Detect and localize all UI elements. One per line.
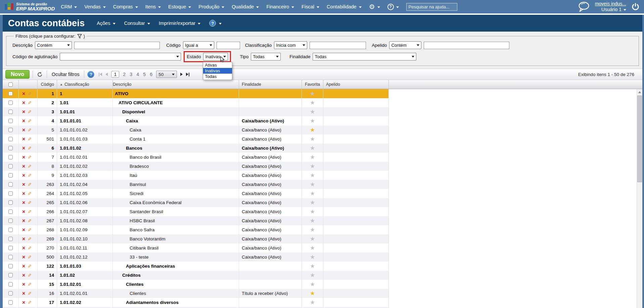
row-checkbox[interactable] — [8, 101, 13, 105]
favorite-star-icon[interactable]: ★ — [310, 263, 315, 269]
row-checkbox[interactable] — [8, 91, 13, 96]
favorite-star-icon[interactable]: ★ — [310, 145, 315, 151]
row-checkbox[interactable] — [8, 273, 13, 277]
titlebar-menu-item[interactable]: Imprimir/exportar — [159, 21, 201, 26]
edit-pencil-icon[interactable]: ✎ — [28, 236, 32, 242]
row-checkbox[interactable] — [8, 155, 13, 159]
page-number-button[interactable]: 6 — [149, 72, 153, 77]
settings-menu[interactable]: ⚙ — [369, 3, 380, 10]
page-number-button[interactable]: 1 — [111, 71, 119, 78]
table-row[interactable]: × ✎ 4 1.01.01.01 Caixa Caixa/banco (Ativ… — [3, 116, 389, 125]
table-row[interactable]: × ✎ 2 1.01 ATIVO CIRCULANTE ★ — [3, 98, 389, 107]
favorite-star-icon[interactable]: ★ — [310, 218, 315, 224]
row-checkbox[interactable] — [8, 228, 13, 232]
row-checkbox[interactable] — [8, 255, 13, 259]
table-row[interactable]: × ✎ 269 1.01.01.02.10 Banco Votorantim C… — [3, 234, 389, 243]
row-checkbox[interactable] — [8, 200, 13, 205]
scroll-up-button[interactable] — [637, 89, 642, 95]
favorite-star-icon[interactable]: ★ — [310, 209, 315, 215]
nav-menu-item[interactable]: Estoque — [168, 4, 191, 9]
table-row[interactable]: × ✎ 3 1.01.01 Disponível ★ — [3, 107, 389, 116]
nav-menu-item[interactable]: Produção — [198, 4, 224, 9]
favorite-star-icon[interactable]: ★ — [310, 100, 315, 106]
apelido-operator-select[interactable]: Contém — [389, 41, 421, 49]
toolbar-help-icon[interactable]: ? — [87, 71, 94, 78]
delete-icon[interactable]: × — [22, 300, 25, 305]
delete-icon[interactable]: × — [22, 273, 25, 278]
edit-pencil-icon[interactable]: ✎ — [28, 127, 32, 133]
titlebar-menu-item[interactable]: Consultar — [124, 21, 150, 26]
page-number-button[interactable]: 3 — [129, 72, 133, 77]
table-row[interactable]: × ✎ 270 1.01.01.02.11 Citibank Brasil Ca… — [3, 243, 389, 253]
delete-icon[interactable]: × — [22, 219, 25, 223]
nav-menu-item[interactable]: Fiscal — [302, 4, 319, 9]
row-checkbox[interactable] — [8, 300, 13, 305]
help-menu[interactable]: ? — [387, 4, 399, 10]
codigo-operator-select[interactable]: Igual a — [183, 41, 214, 49]
row-checkbox[interactable] — [8, 264, 13, 268]
user-menu[interactable]: Usuário 1 — [595, 7, 626, 12]
table-row[interactable]: × ✎ 264 1.01.01.02.05 Sicredi Caixa/banc… — [3, 189, 389, 198]
row-checkbox[interactable] — [8, 182, 13, 187]
edit-pencil-icon[interactable]: ✎ — [28, 137, 32, 142]
favorite-star-icon[interactable]: ★ — [310, 91, 315, 97]
nav-menu-item[interactable]: CRM — [61, 4, 77, 9]
edit-pencil-icon[interactable]: ✎ — [28, 255, 32, 260]
select-all-checkbox[interactable] — [8, 82, 13, 87]
filters-legend[interactable]: Filtros (clique para configurar: ) — [14, 34, 87, 39]
row-checkbox[interactable] — [8, 209, 13, 214]
favorite-star-icon[interactable]: ★ — [310, 300, 315, 305]
table-row[interactable]: × ✎ 265 1.01.01.02.06 Caixa Econômica Fe… — [3, 198, 389, 207]
table-row[interactable]: × ✎ 122 1.01.01.03 Aplicações financeira… — [3, 262, 389, 271]
table-row[interactable]: × ✎ 14 1.01.02 Créditos ★ — [3, 271, 389, 280]
delete-icon[interactable]: × — [22, 173, 25, 178]
delete-icon[interactable]: × — [22, 191, 25, 196]
tipo-select[interactable]: Todas — [251, 53, 281, 61]
table-row[interactable]: × ✎ 1 1 ATIVO ★ — [3, 89, 389, 98]
edit-pencil-icon[interactable]: ✎ — [28, 200, 32, 205]
edit-pencil-icon[interactable]: ✎ — [28, 146, 32, 151]
next-page-button[interactable] — [180, 73, 183, 76]
row-checkbox[interactable] — [8, 246, 13, 250]
table-row[interactable]: × ✎ 263 1.01.01.02.04 Banrisul Caixa/ban… — [3, 180, 389, 189]
delete-icon[interactable]: × — [22, 128, 25, 132]
estado-option[interactable]: Inativas — [203, 68, 232, 74]
favorite-star-icon[interactable]: ★ — [310, 154, 315, 160]
col-header-descricao[interactable]: Descrição — [113, 80, 239, 89]
apelido-input[interactable] — [424, 42, 509, 49]
delete-icon[interactable]: × — [22, 264, 25, 269]
edit-pencil-icon[interactable]: ✎ — [28, 100, 32, 106]
nav-menu-item[interactable]: Qualidade — [232, 4, 259, 9]
delete-icon[interactable]: × — [22, 237, 25, 241]
edit-pencil-icon[interactable]: ✎ — [28, 300, 32, 305]
col-header-favorita[interactable]: Favorita — [302, 80, 323, 89]
table-row[interactable]: × ✎ 17 1.01.02.02 Adiantamentos diversos… — [3, 298, 389, 307]
edit-pencil-icon[interactable]: ✎ — [28, 91, 32, 97]
finalidade-select[interactable]: Todas — [313, 53, 416, 61]
delete-icon[interactable]: × — [22, 246, 25, 251]
help-search-input[interactable] — [406, 3, 457, 11]
vertical-scrollbar[interactable] — [637, 89, 642, 308]
app-logo[interactable]: Sistema de gestão ERP MAXIPROD — [5, 2, 55, 11]
power-logout-icon[interactable] — [631, 2, 640, 11]
edit-pencil-icon[interactable]: ✎ — [28, 291, 32, 296]
row-checkbox[interactable] — [8, 191, 13, 196]
scrollbar-thumb[interactable] — [637, 95, 642, 182]
edit-pencil-icon[interactable]: ✎ — [28, 173, 32, 178]
table-row[interactable]: × ✎ 268 1.01.01.02.09 Banco Safra Caixa/… — [3, 225, 389, 234]
table-row[interactable]: × ✎ 6 1.01.01.02 Bancos Caixa/banco (Ati… — [3, 144, 389, 153]
row-checkbox[interactable] — [8, 119, 13, 123]
classificacao-input[interactable] — [310, 42, 366, 49]
table-row[interactable]: × ✎ 266 1.01.01.02.07 Santander Brasil C… — [3, 207, 389, 216]
table-row[interactable]: × ✎ 16 1.01.02.01.01 Clientes Título a r… — [3, 289, 389, 298]
col-header-apelido[interactable]: Apelido — [323, 80, 389, 89]
delete-icon[interactable]: × — [22, 228, 25, 232]
prev-page-button[interactable] — [105, 73, 108, 76]
first-page-button[interactable] — [99, 73, 102, 76]
row-checkbox[interactable] — [8, 219, 13, 223]
row-checkbox[interactable] — [8, 291, 13, 296]
nav-menu-item[interactable]: Itens — [145, 4, 161, 9]
col-header-classificacao[interactable]: ▲Classificação — [57, 80, 113, 89]
favorite-star-icon[interactable]: ★ — [310, 227, 315, 233]
delete-icon[interactable]: × — [22, 91, 25, 96]
